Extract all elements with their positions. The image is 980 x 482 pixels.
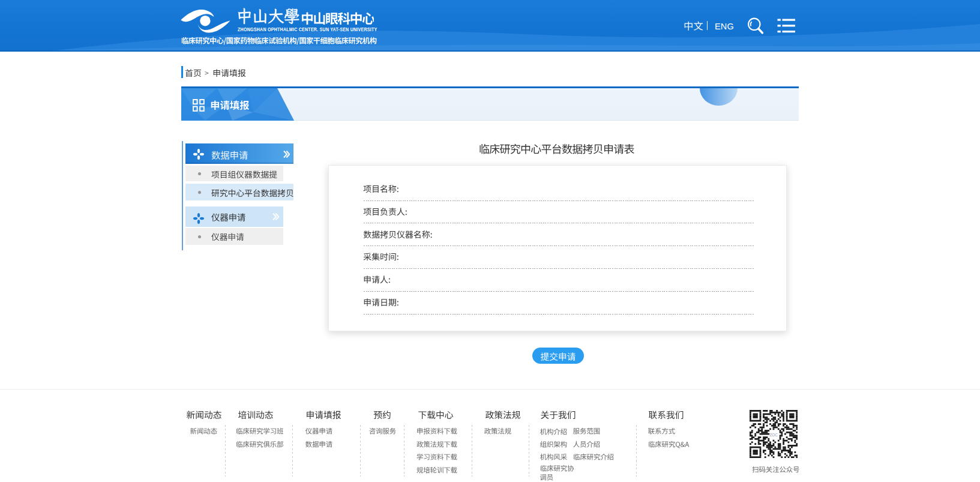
svg-text:ZOC: ZOC xyxy=(769,433,778,437)
